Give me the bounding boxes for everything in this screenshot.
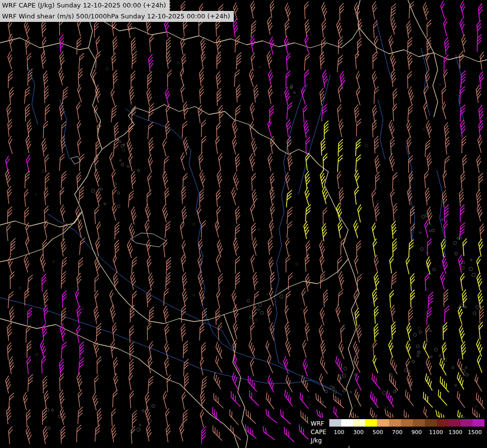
map-canvas (0, 0, 487, 448)
title-wind-shear: WRF Wind shear (m/s) 500/1000hPa Sunday … (0, 11, 234, 22)
title-cape: WRF CAPE (J/kg) Sunday 12-10-2025 00:00 … (0, 0, 170, 11)
legend-swatch (413, 419, 425, 427)
legend-tick: 100 (329, 429, 349, 436)
legend-swatch (329, 419, 341, 427)
legend-swatch (389, 419, 401, 427)
legend-swatch (473, 419, 485, 427)
legend-swatch (425, 419, 437, 427)
cape-legend: WRF CAPE J/kg 10030050070090011001300150… (308, 418, 486, 446)
legend-tick-labels: 100300500700900110013001500 (329, 429, 485, 436)
legend-tick: 500 (368, 429, 388, 436)
legend-labels: WRF CAPE J/kg (311, 420, 326, 445)
legend-variable-label: CAPE (311, 428, 326, 437)
legend-swatch (437, 419, 449, 427)
legend-tick: 1300 (446, 429, 465, 436)
legend-swatch (341, 419, 353, 427)
legend-swatch (365, 419, 377, 427)
legend-tick: 1500 (465, 429, 485, 436)
legend-tick: 1100 (426, 429, 446, 436)
legend-swatch (401, 419, 413, 427)
legend-swatch (461, 419, 473, 427)
legend-scale: 100300500700900110013001500 (329, 419, 485, 436)
weather-map-page: WRF CAPE (J/kg) Sunday 12-10-2025 00:00 … (0, 0, 487, 448)
legend-color-swatches (329, 419, 485, 427)
legend-swatch (377, 419, 389, 427)
legend-model-label: WRF (311, 420, 326, 428)
legend-tick: 300 (349, 429, 368, 436)
legend-tick: 900 (407, 429, 426, 436)
legend-tick: 700 (388, 429, 407, 436)
legend-swatch (353, 419, 365, 427)
legend-swatch (449, 419, 461, 427)
legend-units-label: J/kg (311, 437, 326, 445)
